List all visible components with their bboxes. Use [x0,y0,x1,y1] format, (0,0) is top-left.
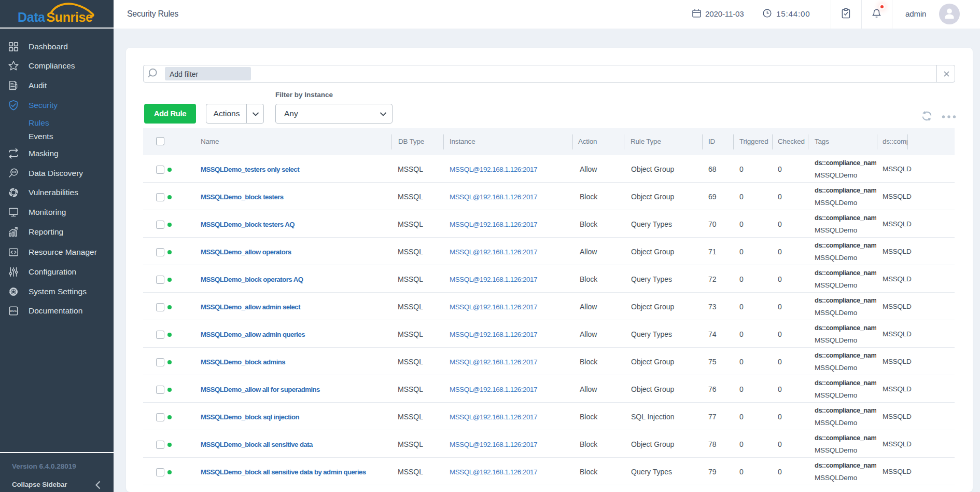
svg-text:DOC: DOC [10,309,17,312]
